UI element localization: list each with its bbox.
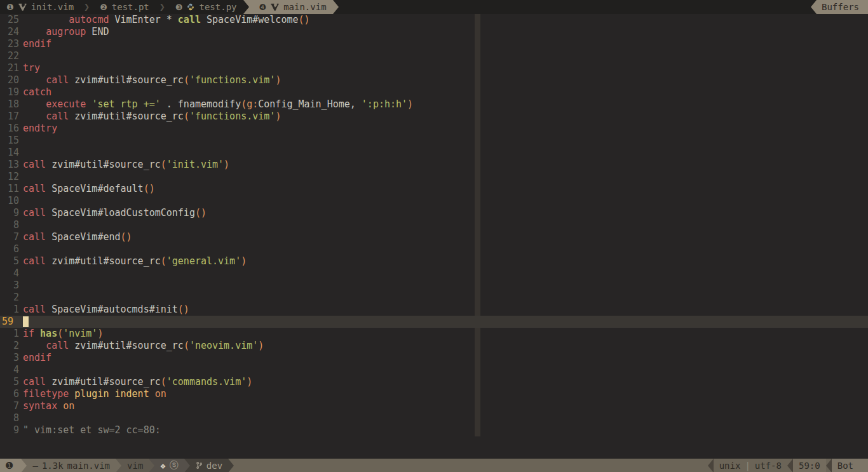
diamond-icon: ❖	[160, 461, 165, 471]
code-text: call zvim#util#source_rc('functions.vim'…	[23, 74, 281, 86]
code-rows: 25 autocmd VimEnter * call SpaceVim#welc…	[0, 14, 868, 436]
tab-number: ❹	[259, 3, 267, 12]
tab-test.py[interactable]: ❸test.py	[169, 0, 243, 14]
filetype-label: vim	[127, 461, 143, 471]
git-branch-segment: dev	[184, 459, 228, 472]
code-line[interactable]: 2	[0, 292, 868, 304]
code-line[interactable]: 8	[0, 219, 868, 231]
line-number: 10	[0, 195, 19, 207]
code-line[interactable]: 2 call zvim#util#source_rc('neovim.vim')	[0, 340, 868, 352]
code-text: endif	[23, 352, 51, 364]
code-line[interactable]: 19catch	[0, 86, 868, 98]
code-line[interactable]: 13call zvim#util#source_rc('init.vim')	[0, 159, 868, 171]
line-number: 16	[0, 123, 19, 135]
line-number: 6	[0, 243, 19, 255]
code-line[interactable]: 6	[0, 243, 868, 255]
scroll-indicator-segment: Bot	[832, 459, 868, 472]
code-line[interactable]: 4	[0, 364, 868, 376]
scroll-indicator: Bot	[837, 461, 853, 471]
tab-test.pt[interactable]: ❷test.pt	[93, 0, 156, 14]
code-line[interactable]: 3endif	[0, 352, 868, 364]
cursor-block	[23, 316, 29, 327]
format-encoding-segment: unix | utf-8	[714, 459, 787, 472]
line-number: 5	[0, 255, 19, 267]
code-line[interactable]: 5call zvim#util#source_rc('general.vim')	[0, 255, 868, 267]
code-line[interactable]: 4	[0, 267, 868, 280]
line-number: 11	[0, 183, 19, 195]
tab-main.vim[interactable]: ❹main.vim	[243, 0, 333, 14]
python-icon	[187, 3, 194, 11]
vim-icon	[271, 3, 279, 11]
code-line[interactable]: 20 call zvim#util#source_rc('functions.v…	[0, 74, 868, 86]
line-number: 3	[0, 280, 19, 292]
tab-number: ❶	[6, 3, 14, 12]
code-text: syntax on	[23, 400, 74, 412]
code-line[interactable]: 9call SpaceVim#loadCustomConfig()	[0, 207, 868, 219]
tab-number: ❸	[175, 3, 183, 12]
code-line[interactable]: 9" vim:set et sw=2 cc=80:	[0, 424, 868, 436]
code-line[interactable]: 10	[0, 195, 868, 207]
line-number: 15	[0, 135, 19, 147]
cursor-position-segment: 59:0	[793, 459, 826, 472]
modified-indicator: –	[32, 461, 37, 471]
code-line[interactable]: 1call SpaceVim#autocmds#init()	[0, 304, 868, 316]
line-number: 22	[0, 50, 19, 62]
buffers-label[interactable]: Buffers	[817, 0, 868, 14]
code-text: endif	[23, 38, 51, 50]
line-number: 8	[0, 219, 19, 231]
line-number: 19	[0, 86, 19, 98]
code-line[interactable]: 5call zvim#util#source_rc('commands.vim'…	[0, 376, 868, 388]
code-line[interactable]: 12	[0, 171, 868, 183]
code-text: call SpaceVim#loadCustomConfig()	[23, 207, 207, 219]
code-line[interactable]: 11call SpaceVim#default()	[0, 183, 868, 195]
tabline: ❶init.vim❯❷test.pt❯❸test.py❹main.vim Buf…	[0, 0, 868, 14]
code-text: " vim:set et sw=2 cc=80:	[23, 424, 161, 436]
code-line[interactable]: 24 augroup END	[0, 26, 868, 38]
file-size: 1.3k	[42, 461, 64, 471]
tab-init.vim[interactable]: ❶init.vim	[0, 0, 80, 14]
code-line[interactable]: 17 call zvim#util#source_rc('functions.v…	[0, 111, 868, 123]
tab-label: main.vim	[283, 2, 326, 12]
code-text: filetype plugin indent on	[23, 388, 166, 400]
code-line[interactable]: 18 execute 'set rtp +=' . fnamemodify(g:…	[0, 98, 868, 111]
code-text: call zvim#util#source_rc('functions.vim'…	[23, 111, 281, 123]
fileformat-label: unix	[719, 461, 741, 471]
code-line[interactable]: 8	[0, 412, 868, 424]
line-number: 8	[0, 412, 19, 424]
code-line[interactable]: 7syntax on	[0, 400, 868, 412]
code-text: call SpaceVim#autocmds#init()	[23, 304, 189, 316]
code-line[interactable]: 1if has('nvim')	[0, 328, 868, 340]
code-line[interactable]: 23endif	[0, 38, 868, 50]
git-branch-icon	[196, 461, 203, 470]
code-line[interactable]: 21try	[0, 62, 868, 74]
code-line[interactable]: 22	[0, 50, 868, 62]
line-number: 59	[0, 316, 19, 328]
line-number: 7	[0, 400, 19, 412]
line-number: 12	[0, 171, 19, 183]
line-number: 23	[0, 38, 19, 50]
code-line[interactable]: 14	[0, 147, 868, 159]
tab-number: ❷	[100, 3, 107, 12]
code-line[interactable]: 25 autocmd VimEnter * call SpaceVim#welc…	[0, 14, 868, 26]
code-line[interactable]: 3	[0, 280, 868, 292]
file-name: main.vim	[67, 461, 110, 471]
code-line[interactable]: 16endtry	[0, 123, 868, 135]
line-number: 3	[0, 352, 19, 364]
tab-label: test.pt	[112, 2, 149, 12]
filetype-segment: vim	[116, 459, 149, 472]
code-line[interactable]: 59	[0, 316, 868, 328]
code-text: call zvim#util#source_rc('init.vim')	[23, 159, 229, 171]
line-number: 6	[0, 388, 19, 400]
code-text: execute 'set rtp +=' . fnamemodify(g:Con…	[23, 98, 413, 111]
tab-chevron-icon: ❯	[80, 0, 93, 14]
tab-chevron-icon: ❯	[156, 0, 169, 14]
line-number: 9	[0, 424, 19, 436]
code-line[interactable]: 6filetype plugin indent on	[0, 388, 868, 400]
code-line[interactable]: 15	[0, 135, 868, 147]
code-text: call SpaceVim#default()	[23, 183, 155, 195]
editor-window[interactable]: 25 autocmd VimEnter * call SpaceVim#welc…	[0, 14, 868, 459]
circled-s-icon: ⓢ	[170, 460, 179, 471]
tabline-filler	[339, 0, 811, 14]
code-line[interactable]: 7call SpaceVim#end()	[0, 231, 868, 243]
line-number: 25	[0, 14, 19, 26]
